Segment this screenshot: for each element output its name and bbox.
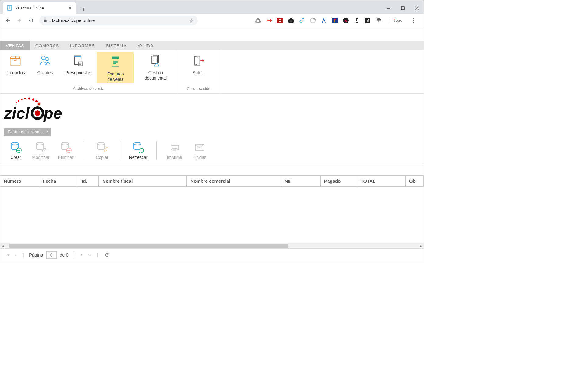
bookmark-star-icon[interactable]: ☆ (189, 17, 194, 24)
ribbon-group-label: Archivos de venta (0, 84, 177, 93)
tab-informes[interactable]: INFORMES (65, 41, 101, 50)
grid-column-header[interactable]: Pagado (321, 176, 357, 186)
tool-label: Enviar (193, 155, 206, 160)
page-refresh-button[interactable] (103, 253, 111, 257)
ribbon-label: Clientes (37, 70, 53, 75)
new-tab-button[interactable]: + (79, 5, 88, 14)
grid-column-header[interactable]: Número (0, 176, 39, 186)
db-refresh-icon (132, 141, 145, 154)
tool-label: Copiar (96, 155, 108, 160)
grid-column-header[interactable]: Id. (78, 176, 99, 186)
svg-point-67 (36, 142, 44, 145)
ribbon-clientes[interactable]: Clientes (30, 50, 60, 84)
tab-sistema[interactable]: SISTEMA (100, 41, 132, 50)
grid-column-header[interactable]: TOTAL (357, 176, 406, 186)
svg-point-55 (28, 98, 30, 100)
svg-point-56 (32, 98, 34, 101)
ribbon-presupuestos[interactable]: Presupuestos (60, 50, 97, 84)
scroll-left-icon[interactable]: ◄ (0, 243, 5, 248)
grid-filter-row[interactable] (0, 165, 424, 176)
ext-circle-icon[interactable] (310, 17, 316, 24)
svg-point-61 (35, 110, 40, 116)
maximize-button[interactable] (396, 3, 410, 13)
tab-compras[interactable]: COMPRAS (30, 41, 65, 50)
svg-point-54 (24, 98, 26, 99)
workspace-tab-facturas[interactable]: Facturas de venta × (4, 128, 51, 136)
page-last-button[interactable]: » (87, 252, 92, 258)
ribbon-productos[interactable]: Productos (0, 50, 30, 84)
svg-text:M: M (366, 19, 369, 22)
grid-column-header[interactable]: Ob (406, 176, 424, 186)
svg-text:zicl: zicl (4, 104, 30, 122)
ext-red-arrow-icon[interactable] (266, 17, 272, 24)
extensions-row: K M ziclope ⋮ (255, 15, 421, 26)
ribbon-label: Gestióndocumental (145, 70, 167, 81)
scroll-thumb[interactable] (9, 244, 288, 248)
svg-marker-10 (256, 22, 261, 23)
svg-rect-15 (290, 18, 292, 20)
ext-ziclope-icon[interactable]: ziclope (393, 17, 404, 24)
tool-crear[interactable]: Crear (5, 141, 27, 160)
top-spacer (0, 27, 424, 41)
browser-menu-button[interactable]: ⋮ (409, 15, 419, 26)
workspace-tab-close-icon[interactable]: × (46, 129, 48, 134)
ribbon-salir[interactable]: Salir... (184, 50, 214, 84)
back-button[interactable] (3, 15, 13, 26)
svg-point-14 (290, 20, 292, 22)
ribbon-facturas-venta[interactable]: Facturasde venta (97, 52, 134, 83)
tab-close-icon[interactable]: × (69, 5, 72, 11)
ext-pdf-icon[interactable] (277, 17, 283, 24)
tool-refrescar[interactable]: Refrescar (127, 141, 150, 160)
minimize-button[interactable] (382, 3, 396, 13)
tool-modificar: Modificar (30, 141, 52, 160)
ext-lighthouse-icon[interactable] (331, 17, 338, 24)
separator: | (95, 252, 100, 257)
ribbon-label: Productos (5, 70, 25, 75)
page-prev-button[interactable]: ‹ (14, 252, 18, 258)
invoice-icon (108, 55, 123, 69)
grid-horizontal-scrollbar[interactable]: ◄ ► (0, 243, 424, 248)
ext-link-icon[interactable] (299, 17, 305, 24)
svg-point-63 (11, 142, 19, 145)
grid-body[interactable] (0, 187, 424, 243)
grid-header-row: NúmeroFechaId.Nombre fiscalNombre comerc… (0, 176, 424, 187)
browser-tab[interactable]: ZFactura Online × (3, 2, 76, 14)
reload-button[interactable] (26, 15, 36, 26)
page-next-button[interactable]: › (80, 252, 84, 258)
tab-ventas[interactable]: VENTAS (0, 41, 30, 50)
db-copy-icon (96, 141, 108, 154)
toolbar-separator (120, 141, 120, 160)
scroll-right-icon[interactable]: ► (419, 243, 424, 248)
ribbon-label: Salir... (193, 70, 204, 75)
svg-rect-75 (172, 149, 177, 152)
tool-label: Crear (10, 155, 21, 160)
ext-stamp-icon[interactable] (353, 17, 360, 24)
people-icon (38, 53, 52, 68)
page-first-button[interactable]: « (5, 252, 11, 258)
ribbon-group-session: Salir... Cerrar sesión (177, 50, 220, 93)
page-number-input[interactable] (46, 251, 57, 259)
scroll-track[interactable] (5, 243, 419, 248)
ext-camera-icon[interactable] (288, 17, 294, 24)
svg-point-30 (41, 56, 45, 60)
tab-ayuda[interactable]: AYUDA (132, 41, 159, 50)
ribbon-gestion-documental[interactable]: Gestióndocumental (134, 50, 177, 84)
omnibox[interactable]: zfactura.ziclope.online ☆ (39, 16, 198, 25)
ribbon-label: Facturasde venta (107, 71, 124, 82)
forward-button[interactable] (14, 15, 25, 26)
ext-k-icon[interactable]: K (342, 17, 349, 24)
grid-column-header[interactable]: Fecha (39, 176, 78, 186)
grid-column-header[interactable]: Nombre fiscal (99, 176, 187, 186)
close-button[interactable] (410, 3, 424, 13)
grid-column-header[interactable]: NIF (281, 176, 321, 186)
tool-enviar: Enviar (188, 141, 211, 160)
ext-umbrella-icon[interactable] (375, 17, 382, 24)
grid-column-header[interactable]: Nombre comercial (187, 176, 281, 186)
exit-icon (191, 53, 206, 68)
ext-compass-icon[interactable] (321, 17, 327, 24)
title-bar: ZFactura Online × + (0, 0, 424, 14)
tool-copiar: Copiar (91, 141, 113, 160)
ext-drive-icon[interactable] (255, 17, 261, 24)
ext-m-icon[interactable]: M (364, 17, 371, 24)
tool-eliminar: Eliminar (55, 141, 77, 160)
